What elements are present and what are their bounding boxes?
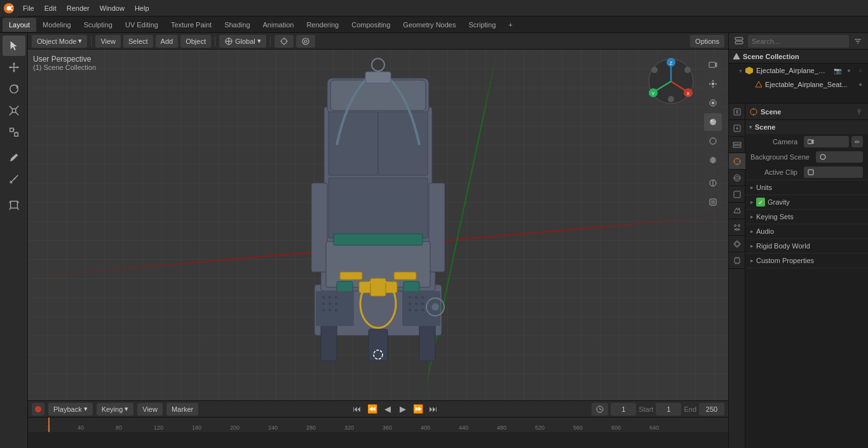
tool-scale[interactable] [3,100,25,121]
tool-cursor[interactable] [3,36,25,56]
menu-edit[interactable]: Edit [39,0,62,16]
vp-overlays[interactable] [704,174,722,192]
custom-props-header[interactable]: ▸ Custom Properties [745,254,868,268]
marker-menu[interactable]: Marker [166,403,198,416]
mode-selector[interactable]: Object Mode ▾ [32,35,87,48]
jump-fwd-btn[interactable]: ⏩ [411,402,425,416]
tab-layout[interactable]: Layout [3,18,36,32]
select-menu[interactable]: Select [123,35,153,48]
start-frame-input[interactable] [656,403,681,416]
prop-tab-particles[interactable] [729,219,745,236]
timeline-ruler[interactable]: 1 40 80 120 160 200 240 280 320 360 400 … [28,417,728,432]
units-header[interactable]: ▸ Units [745,180,868,194]
bg-scene-value[interactable] [816,151,863,163]
outliner-icon[interactable] [733,35,745,48]
audio-header[interactable]: ▸ Audio [745,224,868,238]
tab-compositing[interactable]: Compositing [345,18,397,32]
prop-tab-output[interactable] [729,120,745,137]
viewport-gizmo[interactable]: Z X Y [646,56,696,107]
clock-icon[interactable] [592,403,608,416]
prop-tab-object[interactable] [729,186,745,203]
prop-tab-view-layer[interactable] [729,137,745,153]
tool-add-cube[interactable] [3,194,25,215]
tab-scripting[interactable]: Scripting [462,18,502,32]
tab-animation[interactable]: Animation [257,18,301,32]
prop-tab-render[interactable] [729,104,745,120]
tool-move[interactable] [3,57,25,78]
vis-render[interactable]: ● [844,65,854,76]
object-menu[interactable]: Object [180,35,211,48]
outliner-item-collection[interactable]: ▾ Ejectable_Airplane_Seat_ACE 📷 ● ○ [729,64,868,78]
playback-menu[interactable]: Playback ▾ [48,403,93,416]
menu-window[interactable]: Window [95,0,130,16]
3d-viewport[interactable]: User Perspective (1) Scene Collection [28,50,728,400]
tab-modeling[interactable]: Modeling [36,18,78,32]
outliner-search[interactable] [748,35,849,48]
play-btn[interactable]: ▶ [396,402,410,416]
tab-uv-editing[interactable]: UV Editing [119,18,165,32]
outliner-item-mesh[interactable]: ▸ Ejectable_Airplane_Seat... ● [729,78,868,92]
jump-to-end-btn[interactable]: ⏭ [426,402,440,416]
vis-restrict-camera[interactable]: ● [855,79,865,90]
svg-point-66 [329,302,331,305]
svg-point-78 [415,309,417,311]
transform-selector[interactable]: Global ▾ [219,35,266,48]
camera-pick-btn[interactable]: ✏ [851,136,863,147]
vp-shading-solid[interactable] [704,113,722,131]
prop-tab-constraints[interactable] [729,252,745,269]
svg-marker-6 [13,62,15,65]
proportional-edit[interactable] [296,35,315,48]
prop-tab-modifiers[interactable] [729,203,745,219]
tool-rotate[interactable] [3,79,25,99]
menu-render[interactable]: Render [62,0,95,16]
outliner-filter[interactable] [851,35,864,48]
pin-btn[interactable] [854,107,864,117]
tab-rendering[interactable]: Rendering [300,18,345,32]
vp-render-type[interactable] [704,94,722,112]
svg-point-75 [415,302,417,305]
vp-shading-rendered[interactable] [704,151,722,169]
menu-help[interactable]: Help [130,0,154,16]
tool-measure[interactable] [3,169,25,189]
rigid-body-header[interactable]: ▸ Rigid Body World [745,239,868,253]
add-workspace-tab[interactable]: + [502,18,519,32]
prop-tab-scene[interactable] [729,153,745,170]
current-frame-input[interactable] [611,403,636,416]
play-reverse-btn[interactable]: ◀ [381,402,395,416]
view-tl-menu[interactable]: View [137,403,163,416]
end-frame-input[interactable] [699,403,724,416]
tool-annotate[interactable] [3,147,25,168]
keying-sets-header[interactable]: ▸ Keying Sets [745,210,868,224]
vis-camera[interactable]: 📷 [832,65,843,76]
jump-back-btn[interactable]: ⏪ [365,402,379,416]
blender-logo[interactable] [0,0,18,17]
vp-shading-lookdev[interactable] [704,132,722,150]
vis-viewport[interactable]: ○ [855,65,865,76]
tab-geometry-nodes[interactable]: Geometry Nodes [397,18,462,32]
tool-transform[interactable] [3,122,25,142]
active-clip-value[interactable] [804,166,863,178]
vp-pan[interactable] [704,75,722,93]
view-menu[interactable]: View [95,35,121,48]
add-menu[interactable]: Add [156,35,179,48]
jump-to-start-btn[interactable]: ⏮ [350,402,364,416]
vp-xray[interactable] [704,193,722,211]
gravity-header[interactable]: ▸ ✓ Gravity [745,195,868,209]
gravity-checkbox[interactable]: ✓ [756,198,765,207]
prop-tab-physics[interactable] [729,236,745,252]
prop-tab-world[interactable] [729,170,745,186]
svg-rect-137 [734,191,740,198]
scene-section-header[interactable]: ▾ Scene [745,120,868,134]
snap-button[interactable] [275,35,294,48]
timeline-record-btn[interactable] [32,403,44,416]
svg-point-149 [858,109,860,112]
tab-texture-paint[interactable]: Texture Paint [165,18,218,32]
tab-shading[interactable]: Shading [218,18,256,32]
vp-camera-view[interactable] [704,56,722,74]
tab-sculpting[interactable]: Sculpting [78,18,119,32]
camera-value[interactable] [804,136,849,147]
svg-point-76 [421,302,424,305]
keying-menu[interactable]: Keying ▾ [97,403,134,416]
menu-file[interactable]: File [18,0,39,16]
options-button[interactable]: Options [690,35,724,48]
